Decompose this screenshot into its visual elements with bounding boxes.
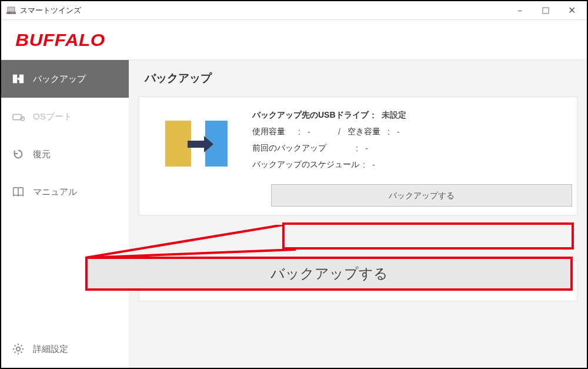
sidebar-label: OSブート: [33, 111, 72, 122]
gear-icon: [12, 343, 25, 355]
sidebar-label: 復元: [33, 149, 51, 160]
sidebar-label: マニュアル: [33, 187, 77, 198]
backup-icon: [12, 72, 25, 85]
restore-icon: [12, 148, 25, 161]
minimize-button[interactable]: −: [507, 2, 533, 19]
used-value: -: [308, 127, 331, 137]
sidebar-label: 詳細設定: [33, 344, 68, 355]
svg-rect-12: [188, 141, 205, 148]
app-icon: [6, 6, 16, 15]
free-value: -: [397, 127, 400, 137]
last-backup-value: -: [365, 144, 389, 153]
svg-point-2: [9, 12, 10, 14]
main-content: バックアップ バックアップ先のUSBドライブ : 未設定: [129, 60, 587, 368]
svg-rect-1: [8, 7, 15, 12]
page-header: バックアップ: [129, 60, 587, 97]
sidebar-item-manual[interactable]: マニュアル: [1, 173, 129, 211]
window-titlebar: スマートツインズ − ✕: [1, 1, 587, 20]
sidebar-item-restore[interactable]: 復元: [1, 135, 129, 173]
sidebar-item-osboot[interactable]: OSブート: [1, 98, 129, 135]
schedule-value: -: [372, 160, 396, 169]
svg-point-9: [16, 347, 20, 351]
sidebar-item-backup[interactable]: バックアップ: [1, 60, 129, 98]
window-title: スマートツインズ: [20, 5, 507, 16]
annotation-highlight-large: バックアップする: [85, 257, 573, 291]
manual-icon: [12, 185, 25, 198]
last-backup-label: 前回のバックアップ: [252, 143, 352, 154]
svg-rect-0: [6, 12, 16, 14]
sidebar: バックアップ OSブート 復元 マニュアル 詳細設定: [1, 60, 129, 368]
dest-value: 未設定: [382, 110, 406, 121]
backup-panel: バックアップ先のUSBドライブ : 未設定 使用容量 : - / 空き容量 : …: [139, 97, 577, 215]
brand-header: BUFFALO: [1, 20, 587, 60]
sidebar-item-settings[interactable]: 詳細設定: [1, 330, 129, 368]
schedule-label: バックアップのスケジュール: [252, 159, 359, 170]
page-title: バックアップ: [145, 71, 572, 86]
osboot-icon: [12, 110, 25, 123]
svg-rect-10: [165, 121, 191, 167]
backup-button[interactable]: バックアップする: [271, 184, 572, 207]
svg-rect-4: [13, 75, 17, 84]
dest-label: バックアップ先のUSBドライブ: [252, 110, 369, 121]
backup-info: バックアップ先のUSBドライブ : 未設定 使用容量 : - / 空き容量 : …: [252, 110, 564, 176]
brand-logo: BUFFALO: [15, 30, 105, 50]
maximize-button[interactable]: [533, 2, 559, 19]
used-label: 使用容量: [252, 127, 295, 137]
backup-illustration-icon: [155, 115, 237, 174]
free-label: 空き容量: [348, 127, 384, 137]
svg-rect-3: [543, 8, 549, 14]
close-button[interactable]: ✕: [559, 2, 584, 19]
sidebar-label: バックアップ: [33, 74, 86, 85]
